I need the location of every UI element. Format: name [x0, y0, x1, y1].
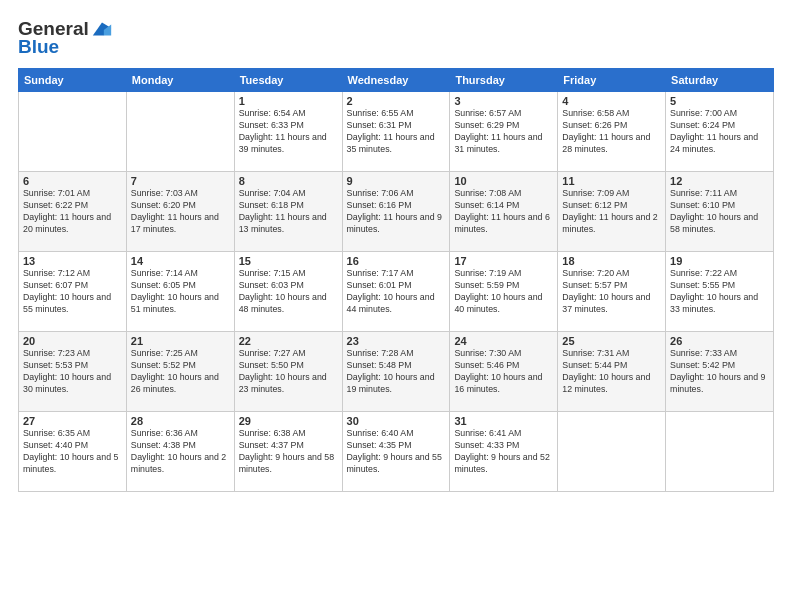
calendar-cell: 10Sunrise: 7:08 AM Sunset: 6:14 PM Dayli…	[450, 172, 558, 252]
page: General Blue SundayMondayTuesdayWednesda…	[0, 0, 792, 612]
day-number: 15	[239, 255, 338, 267]
day-info: Sunrise: 7:00 AM Sunset: 6:24 PM Dayligh…	[670, 108, 769, 156]
calendar-cell: 14Sunrise: 7:14 AM Sunset: 6:05 PM Dayli…	[126, 252, 234, 332]
day-number: 21	[131, 335, 230, 347]
calendar-cell: 29Sunrise: 6:38 AM Sunset: 4:37 PM Dayli…	[234, 412, 342, 492]
day-number: 5	[670, 95, 769, 107]
day-info: Sunrise: 7:23 AM Sunset: 5:53 PM Dayligh…	[23, 348, 122, 396]
calendar-cell	[666, 412, 774, 492]
day-number: 31	[454, 415, 553, 427]
day-number: 10	[454, 175, 553, 187]
calendar-cell: 23Sunrise: 7:28 AM Sunset: 5:48 PM Dayli…	[342, 332, 450, 412]
day-info: Sunrise: 6:55 AM Sunset: 6:31 PM Dayligh…	[347, 108, 446, 156]
day-info: Sunrise: 6:35 AM Sunset: 4:40 PM Dayligh…	[23, 428, 122, 476]
weekday-header-wednesday: Wednesday	[342, 69, 450, 92]
calendar-cell: 3Sunrise: 6:57 AM Sunset: 6:29 PM Daylig…	[450, 92, 558, 172]
calendar-cell: 12Sunrise: 7:11 AM Sunset: 6:10 PM Dayli…	[666, 172, 774, 252]
week-row-3: 13Sunrise: 7:12 AM Sunset: 6:07 PM Dayli…	[19, 252, 774, 332]
calendar-cell	[558, 412, 666, 492]
day-number: 28	[131, 415, 230, 427]
calendar-cell: 20Sunrise: 7:23 AM Sunset: 5:53 PM Dayli…	[19, 332, 127, 412]
calendar-cell: 15Sunrise: 7:15 AM Sunset: 6:03 PM Dayli…	[234, 252, 342, 332]
day-number: 13	[23, 255, 122, 267]
day-info: Sunrise: 7:14 AM Sunset: 6:05 PM Dayligh…	[131, 268, 230, 316]
calendar-cell: 2Sunrise: 6:55 AM Sunset: 6:31 PM Daylig…	[342, 92, 450, 172]
day-number: 3	[454, 95, 553, 107]
day-number: 2	[347, 95, 446, 107]
day-info: Sunrise: 7:04 AM Sunset: 6:18 PM Dayligh…	[239, 188, 338, 236]
calendar-cell: 5Sunrise: 7:00 AM Sunset: 6:24 PM Daylig…	[666, 92, 774, 172]
weekday-header-row: SundayMondayTuesdayWednesdayThursdayFrid…	[19, 69, 774, 92]
day-info: Sunrise: 6:58 AM Sunset: 6:26 PM Dayligh…	[562, 108, 661, 156]
calendar-cell: 27Sunrise: 6:35 AM Sunset: 4:40 PM Dayli…	[19, 412, 127, 492]
day-info: Sunrise: 7:12 AM Sunset: 6:07 PM Dayligh…	[23, 268, 122, 316]
day-number: 26	[670, 335, 769, 347]
day-number: 4	[562, 95, 661, 107]
calendar-cell: 31Sunrise: 6:41 AM Sunset: 4:33 PM Dayli…	[450, 412, 558, 492]
day-info: Sunrise: 7:28 AM Sunset: 5:48 PM Dayligh…	[347, 348, 446, 396]
calendar-cell: 18Sunrise: 7:20 AM Sunset: 5:57 PM Dayli…	[558, 252, 666, 332]
day-info: Sunrise: 6:54 AM Sunset: 6:33 PM Dayligh…	[239, 108, 338, 156]
day-info: Sunrise: 7:19 AM Sunset: 5:59 PM Dayligh…	[454, 268, 553, 316]
day-number: 6	[23, 175, 122, 187]
day-info: Sunrise: 7:31 AM Sunset: 5:44 PM Dayligh…	[562, 348, 661, 396]
logo: General Blue	[18, 18, 113, 58]
calendar-cell	[126, 92, 234, 172]
calendar-cell: 16Sunrise: 7:17 AM Sunset: 6:01 PM Dayli…	[342, 252, 450, 332]
day-info: Sunrise: 7:15 AM Sunset: 6:03 PM Dayligh…	[239, 268, 338, 316]
calendar-cell: 7Sunrise: 7:03 AM Sunset: 6:20 PM Daylig…	[126, 172, 234, 252]
day-info: Sunrise: 7:27 AM Sunset: 5:50 PM Dayligh…	[239, 348, 338, 396]
day-number: 17	[454, 255, 553, 267]
calendar-cell: 1Sunrise: 6:54 AM Sunset: 6:33 PM Daylig…	[234, 92, 342, 172]
day-info: Sunrise: 7:11 AM Sunset: 6:10 PM Dayligh…	[670, 188, 769, 236]
day-number: 8	[239, 175, 338, 187]
weekday-header-monday: Monday	[126, 69, 234, 92]
calendar-cell: 11Sunrise: 7:09 AM Sunset: 6:12 PM Dayli…	[558, 172, 666, 252]
week-row-1: 1Sunrise: 6:54 AM Sunset: 6:33 PM Daylig…	[19, 92, 774, 172]
calendar-cell: 21Sunrise: 7:25 AM Sunset: 5:52 PM Dayli…	[126, 332, 234, 412]
day-info: Sunrise: 7:06 AM Sunset: 6:16 PM Dayligh…	[347, 188, 446, 236]
day-number: 24	[454, 335, 553, 347]
logo-icon	[91, 18, 113, 40]
day-info: Sunrise: 6:36 AM Sunset: 4:38 PM Dayligh…	[131, 428, 230, 476]
day-number: 12	[670, 175, 769, 187]
calendar-cell: 28Sunrise: 6:36 AM Sunset: 4:38 PM Dayli…	[126, 412, 234, 492]
day-number: 22	[239, 335, 338, 347]
day-number: 23	[347, 335, 446, 347]
calendar-cell: 9Sunrise: 7:06 AM Sunset: 6:16 PM Daylig…	[342, 172, 450, 252]
day-info: Sunrise: 7:25 AM Sunset: 5:52 PM Dayligh…	[131, 348, 230, 396]
day-number: 19	[670, 255, 769, 267]
calendar-cell: 8Sunrise: 7:04 AM Sunset: 6:18 PM Daylig…	[234, 172, 342, 252]
week-row-5: 27Sunrise: 6:35 AM Sunset: 4:40 PM Dayli…	[19, 412, 774, 492]
calendar-cell: 17Sunrise: 7:19 AM Sunset: 5:59 PM Dayli…	[450, 252, 558, 332]
day-info: Sunrise: 7:03 AM Sunset: 6:20 PM Dayligh…	[131, 188, 230, 236]
calendar-cell	[19, 92, 127, 172]
day-info: Sunrise: 7:09 AM Sunset: 6:12 PM Dayligh…	[562, 188, 661, 236]
day-info: Sunrise: 7:20 AM Sunset: 5:57 PM Dayligh…	[562, 268, 661, 316]
weekday-header-saturday: Saturday	[666, 69, 774, 92]
weekday-header-friday: Friday	[558, 69, 666, 92]
calendar-cell: 6Sunrise: 7:01 AM Sunset: 6:22 PM Daylig…	[19, 172, 127, 252]
day-number: 1	[239, 95, 338, 107]
day-number: 27	[23, 415, 122, 427]
day-info: Sunrise: 7:22 AM Sunset: 5:55 PM Dayligh…	[670, 268, 769, 316]
calendar-cell: 30Sunrise: 6:40 AM Sunset: 4:35 PM Dayli…	[342, 412, 450, 492]
weekday-header-thursday: Thursday	[450, 69, 558, 92]
week-row-4: 20Sunrise: 7:23 AM Sunset: 5:53 PM Dayli…	[19, 332, 774, 412]
day-number: 14	[131, 255, 230, 267]
calendar-cell: 19Sunrise: 7:22 AM Sunset: 5:55 PM Dayli…	[666, 252, 774, 332]
day-info: Sunrise: 6:41 AM Sunset: 4:33 PM Dayligh…	[454, 428, 553, 476]
day-number: 29	[239, 415, 338, 427]
calendar-cell: 4Sunrise: 6:58 AM Sunset: 6:26 PM Daylig…	[558, 92, 666, 172]
day-info: Sunrise: 7:01 AM Sunset: 6:22 PM Dayligh…	[23, 188, 122, 236]
header: General Blue	[18, 18, 774, 58]
day-number: 18	[562, 255, 661, 267]
day-info: Sunrise: 7:08 AM Sunset: 6:14 PM Dayligh…	[454, 188, 553, 236]
weekday-header-tuesday: Tuesday	[234, 69, 342, 92]
day-info: Sunrise: 7:17 AM Sunset: 6:01 PM Dayligh…	[347, 268, 446, 316]
day-info: Sunrise: 6:40 AM Sunset: 4:35 PM Dayligh…	[347, 428, 446, 476]
day-info: Sunrise: 6:38 AM Sunset: 4:37 PM Dayligh…	[239, 428, 338, 476]
calendar-cell: 22Sunrise: 7:27 AM Sunset: 5:50 PM Dayli…	[234, 332, 342, 412]
day-number: 9	[347, 175, 446, 187]
day-number: 7	[131, 175, 230, 187]
